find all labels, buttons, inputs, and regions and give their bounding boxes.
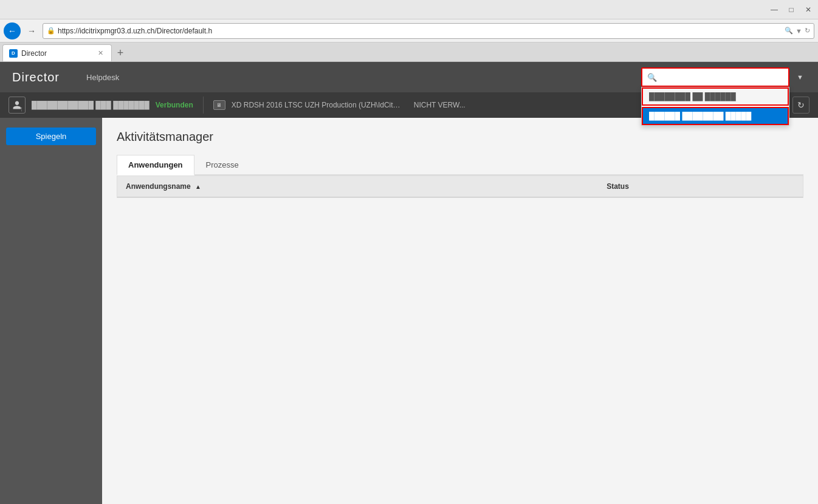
nav-helpdesk[interactable]: Helpdesk	[78, 69, 128, 86]
browser-tab-director[interactable]: D Director ✕	[2, 44, 112, 61]
header-right: 🔍 ████████ ██ ██████ ██████ ████████ ███…	[641, 67, 806, 87]
header-nav: Helpdesk	[78, 69, 128, 86]
minimize-button[interactable]: —	[769, 5, 779, 15]
search-suggestion-1[interactable]: ████████ ██ ██████	[642, 87, 789, 106]
address-input[interactable]	[58, 27, 782, 35]
session-machine-name: XD RDSH 2016 LTSC UZH Production (UZH\Id…	[232, 101, 402, 109]
search-suggestion-2[interactable]: ██████ ████████ █████	[642, 107, 789, 125]
address-bar-container: 🔒 🔍 ▼ ↻	[43, 23, 814, 39]
main-layout: Spiegeln Aktivitätsmanager Anwendungen P…	[0, 118, 818, 504]
machine-icon: 🖥	[213, 100, 225, 110]
lock-icon: 🔒	[47, 27, 55, 35]
tab-favicon: D	[9, 49, 18, 58]
sidebar: Spiegeln	[0, 118, 102, 504]
tab-label: Director	[21, 49, 47, 58]
content-tabs: Anwendungen Prozesse	[117, 155, 803, 175]
page-title: Aktivitätsmanager	[117, 130, 803, 144]
maximize-button[interactable]: □	[786, 5, 796, 15]
browser-toolbar: ← → 🔒 🔍 ▼ ↻	[0, 19, 818, 43]
tab-prozesse[interactable]: Prozesse	[194, 155, 250, 175]
table-header-row: Anwendungsname ▲ Status	[117, 176, 803, 197]
tab-bar: D Director ✕ +	[0, 43, 818, 62]
app-header: Director Helpdesk 🔍 ████████ ██ ██████ █…	[0, 62, 818, 92]
session-username: ████████████ ███ ███████	[32, 101, 150, 109]
col-status[interactable]: Status	[598, 176, 803, 197]
dropdown-arrow-addr[interactable]: ▼	[796, 27, 802, 35]
search-input[interactable]	[661, 73, 783, 81]
window-controls: — □ ✕	[769, 5, 813, 15]
mirror-button[interactable]: Spiegeln	[6, 128, 96, 145]
search-dropdown: ████████ ██ ██████ ██████ ████████ █████	[641, 87, 789, 126]
forward-button[interactable]: →	[23, 22, 40, 39]
search-icon: 🔍	[647, 73, 657, 82]
session-refresh-button[interactable]: ↻	[792, 97, 809, 114]
user-icon[interactable]: ⋮	[9, 97, 26, 114]
app-title: Director	[12, 70, 60, 84]
tab-close-button[interactable]: ✕	[95, 49, 105, 58]
session-dots: ⋮	[19, 107, 24, 112]
sort-arrow-name: ▲	[195, 183, 201, 190]
search-icon-small: 🔍	[785, 27, 793, 35]
data-table: Anwendungsname ▲ Status	[117, 176, 803, 197]
session-status: Verbunden	[156, 101, 193, 109]
session-not-managed: NICHT VERW...	[414, 101, 466, 109]
data-table-wrap: Anwendungsname ▲ Status	[117, 175, 803, 198]
header-dropdown-arrow[interactable]: ▼	[794, 71, 806, 83]
tab-anwendungen[interactable]: Anwendungen	[117, 155, 194, 175]
new-tab-button[interactable]: +	[112, 44, 129, 61]
col-anwendungsname[interactable]: Anwendungsname ▲	[117, 176, 598, 197]
close-button[interactable]: ✕	[803, 5, 813, 15]
refresh-icon-addr[interactable]: ↻	[805, 27, 810, 35]
back-button[interactable]: ←	[4, 22, 21, 39]
search-box-wrap: 🔍 ████████ ██ ██████ ██████ ████████ ███…	[641, 67, 789, 87]
browser-titlebar: — □ ✕	[0, 0, 818, 19]
content-area: Aktivitätsmanager Anwendungen Prozesse A…	[102, 118, 818, 504]
session-divider	[203, 97, 204, 114]
search-box: 🔍	[642, 69, 788, 86]
